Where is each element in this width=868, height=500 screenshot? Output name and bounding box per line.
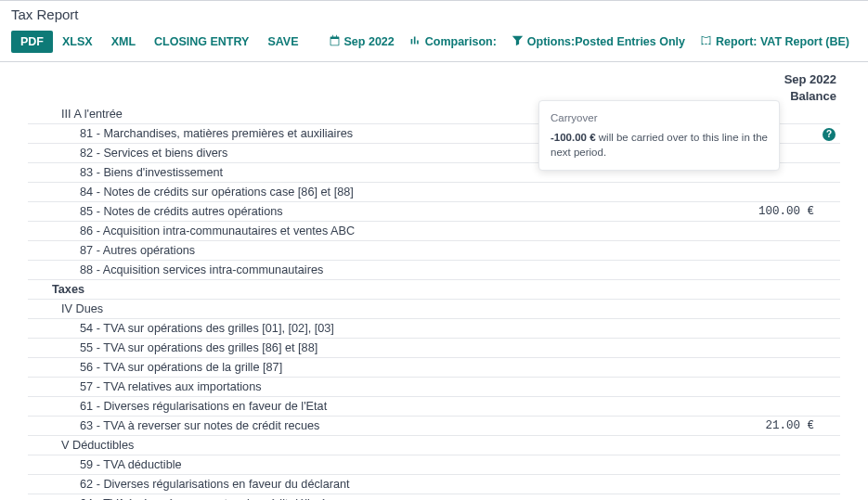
row-label: V Déductibles bbox=[28, 439, 697, 452]
report-row[interactable]: 59 - TVA déductible bbox=[28, 455, 840, 474]
row-value: 100.00 € bbox=[697, 205, 818, 218]
row-value: 21.00 € bbox=[697, 419, 818, 432]
carryover-tooltip: Carryover -100.00 € will be carried over… bbox=[538, 100, 780, 171]
period-filter[interactable]: Sep 2022 bbox=[321, 30, 402, 54]
row-label: 62 - Diverses régularisations en faveur … bbox=[28, 478, 697, 491]
report-row[interactable]: 85 - Notes de crédits autres opérations1… bbox=[28, 201, 840, 221]
report-row[interactable]: 84 - Notes de crédits sur opérations cas… bbox=[28, 182, 840, 201]
row-label: 61 - Diverses régularisations en faveur … bbox=[28, 400, 697, 413]
row-help-slot: ? bbox=[818, 126, 840, 141]
row-label: 63 - TVA à reverser sur notes de crédit … bbox=[28, 419, 697, 432]
row-label: 85 - Notes de crédits autres opérations bbox=[28, 205, 697, 218]
report-row[interactable]: IV Dues bbox=[28, 299, 840, 318]
report-row[interactable]: 54 - TVA sur opérations des grilles [01]… bbox=[28, 318, 840, 338]
tooltip-title: Carryover bbox=[551, 110, 768, 126]
report-row[interactable]: 87 - Autres opérations bbox=[28, 240, 840, 260]
book-icon bbox=[700, 34, 712, 49]
comparison-label: Comparison: bbox=[425, 35, 497, 48]
column-header: Sep 2022 Balance bbox=[28, 62, 840, 104]
report-filter[interactable]: Report: VAT Report (BE) bbox=[693, 30, 857, 54]
report-row[interactable]: 55 - TVA sur opérations des grilles [86]… bbox=[28, 338, 840, 357]
comparison-filter[interactable]: Comparison: bbox=[402, 30, 504, 54]
options-filter[interactable]: Options:Posted Entries Only bbox=[504, 30, 693, 54]
report-row[interactable]: 86 - Acquisition intra-communautaires et… bbox=[28, 221, 840, 240]
xlsx-button[interactable]: XLSX bbox=[53, 31, 102, 53]
pdf-button[interactable]: PDF bbox=[11, 31, 53, 53]
row-label: 87 - Autres opérations bbox=[28, 244, 697, 257]
row-label: 55 - TVA sur opérations des grilles [86]… bbox=[28, 341, 697, 354]
report-row[interactable]: 57 - TVA relatives aux importations bbox=[28, 377, 840, 396]
toolbar: PDF XLSX XML CLOSING ENTRY SAVE Sep 2022… bbox=[0, 26, 868, 62]
report-row[interactable]: 64 - TVA à récupérer sur notes de crédit… bbox=[28, 494, 840, 500]
row-label: 56 - TVA sur opérations de la grille [87… bbox=[28, 361, 697, 374]
calendar-icon bbox=[329, 34, 341, 49]
report-row[interactable]: 61 - Diverses régularisations en faveur … bbox=[28, 396, 840, 416]
report-row[interactable]: 56 - TVA sur opérations de la grille [87… bbox=[28, 357, 840, 377]
row-label: Taxes bbox=[28, 283, 697, 296]
row-label: IV Dues bbox=[28, 302, 697, 315]
page-title: Tax Report bbox=[11, 6, 857, 22]
tooltip-body: -100.00 € will be carried over to this l… bbox=[551, 130, 768, 160]
xml-button[interactable]: XML bbox=[102, 31, 145, 53]
report-row[interactable]: V Déductibles bbox=[28, 435, 840, 455]
report-text: Report: VAT Report (BE) bbox=[716, 35, 849, 48]
row-label: 86 - Acquisition intra-communautaires et… bbox=[28, 224, 697, 237]
help-icon[interactable]: ? bbox=[823, 128, 836, 141]
options-text: Options:Posted Entries Only bbox=[527, 35, 685, 48]
report-row[interactable]: Taxes bbox=[28, 279, 840, 299]
row-label: 84 - Notes de crédits sur opérations cas… bbox=[28, 186, 697, 199]
row-label: 54 - TVA sur opérations des grilles [01]… bbox=[28, 322, 697, 335]
bar-chart-icon bbox=[409, 34, 421, 49]
filter-icon bbox=[512, 34, 524, 49]
report-row[interactable]: 88 - Acquisition services intra-communau… bbox=[28, 260, 840, 279]
save-button[interactable]: SAVE bbox=[258, 31, 307, 53]
report-row[interactable]: 62 - Diverses régularisations en faveur … bbox=[28, 474, 840, 494]
report-row[interactable]: 63 - TVA à reverser sur notes de crédit … bbox=[28, 416, 840, 435]
row-label: 59 - TVA déductible bbox=[28, 458, 697, 471]
row-label: 57 - TVA relatives aux importations bbox=[28, 380, 697, 393]
row-label: 88 - Acquisition services intra-communau… bbox=[28, 263, 697, 276]
closing-entry-button[interactable]: CLOSING ENTRY bbox=[145, 31, 258, 53]
period-label: Sep 2022 bbox=[344, 35, 395, 48]
